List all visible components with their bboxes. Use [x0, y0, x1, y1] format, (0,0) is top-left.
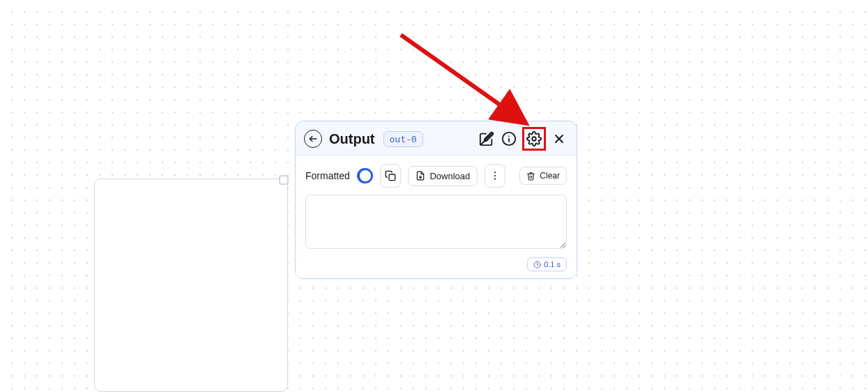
info-icon — [501, 131, 517, 146]
settings-button[interactable] — [522, 127, 546, 151]
pencil-off-icon — [479, 131, 494, 146]
svg-line-1 — [481, 133, 493, 145]
output-textarea[interactable] — [305, 195, 567, 249]
svg-line-15 — [401, 35, 519, 119]
download-button[interactable]: Download — [408, 166, 478, 186]
output-node-card: Output out-0 Formatted — [295, 121, 577, 279]
card-header: Output out-0 — [296, 121, 577, 155]
more-vertical-icon — [489, 170, 501, 181]
svg-point-11 — [494, 175, 496, 176]
svg-point-10 — [494, 172, 496, 173]
svg-point-5 — [532, 137, 536, 141]
execution-time-badge: 0.1 s — [527, 257, 567, 271]
copy-button[interactable] — [380, 164, 401, 188]
formatted-toggle[interactable] — [357, 168, 374, 183]
svg-point-12 — [494, 179, 496, 180]
annotation-arrow — [394, 28, 540, 136]
close-button[interactable] — [550, 130, 568, 148]
info-button[interactable] — [500, 130, 518, 148]
download-icon — [416, 171, 425, 181]
output-toolbar: Formatted Download Clear — [305, 164, 567, 188]
clock-icon — [533, 261, 541, 269]
trash-icon — [526, 172, 535, 181]
card-body: Formatted Download Clear 0.1 s — [296, 155, 577, 278]
node-connection-handle[interactable] — [279, 175, 289, 185]
clear-label: Clear — [540, 171, 560, 181]
execution-time-value: 0.1 s — [544, 260, 561, 269]
gear-icon — [526, 131, 542, 146]
download-label: Download — [429, 171, 470, 181]
card-title: Output — [329, 131, 375, 147]
back-button[interactable] — [304, 130, 322, 148]
arrow-left-icon — [308, 134, 318, 144]
clear-button[interactable]: Clear — [519, 167, 567, 185]
node-id-tag: out-0 — [383, 131, 423, 147]
close-icon — [552, 132, 566, 146]
formatted-label: Formatted — [305, 170, 350, 181]
svg-rect-8 — [389, 174, 395, 181]
copy-icon — [385, 170, 396, 181]
more-button[interactable] — [485, 164, 505, 188]
edit-disabled-button[interactable] — [478, 130, 496, 148]
adjacent-node-panel[interactable] — [94, 179, 288, 392]
